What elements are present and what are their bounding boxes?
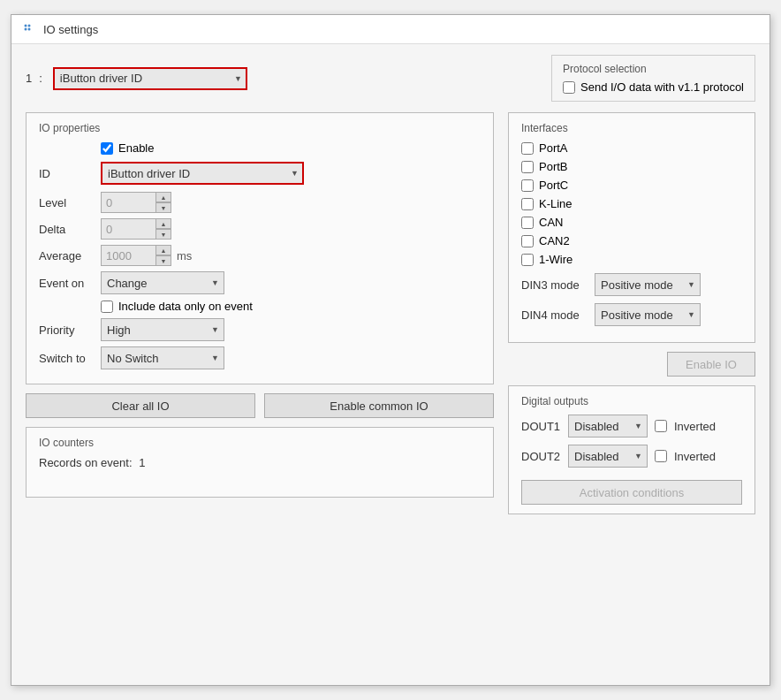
portc-checkbox[interactable] [521, 179, 534, 192]
can-checkbox[interactable] [521, 217, 534, 229]
io-selector-row: 1 : iButton driver ID Digital Input 1 Di… [26, 67, 247, 90]
records-text: Records on event: 1 [39, 456, 481, 469]
delta-up-btn[interactable]: ▲ [155, 218, 171, 229]
priority-row: Priority Low High Panic [39, 318, 481, 341]
switch-to-select[interactable]: No Switch Switch 1 Switch 2 [101, 346, 224, 369]
interfaces-group: Interfaces PortA PortB PortC [508, 112, 755, 343]
io-settings-window: IO settings 1 : iButton driver ID Digita… [11, 14, 770, 686]
include-data-row: Include data only on event [39, 300, 481, 313]
id-select[interactable]: iButton driver ID Digital Input 1 [101, 162, 304, 185]
din4-select[interactable]: Positive mode Negative mode [595, 303, 701, 326]
kline-label: K-Line [539, 197, 572, 210]
enable-checkbox[interactable] [101, 142, 113, 155]
interfaces-list: PortA PortB PortC K-Line [521, 141, 742, 266]
delta-spinner[interactable]: ▲ ▼ [101, 218, 171, 240]
dout2-wrapper[interactable]: Disabled Enabled [568, 445, 648, 468]
din3-row: DIN3 mode Positive mode Negative mode [521, 273, 742, 296]
priority-label: Priority [39, 323, 101, 337]
io-type-select[interactable]: iButton driver ID Digital Input 1 Digita… [53, 67, 247, 90]
enable-io-button[interactable]: Enable IO [667, 352, 755, 377]
enable-row: Enable [39, 141, 481, 155]
switch-to-label: Switch to [39, 352, 101, 365]
io-counters-group: IO counters Records on event: 1 [26, 427, 494, 498]
dout1-inverted-label: Inverted [674, 420, 716, 433]
list-item: CAN [521, 216, 742, 229]
din3-select[interactable]: Positive mode Negative mode [595, 273, 701, 296]
svg-point-3 [28, 28, 31, 31]
level-down-btn[interactable]: ▼ [155, 202, 171, 213]
average-label: Average [39, 249, 101, 262]
io-colon: : [39, 72, 42, 85]
portb-label: PortB [539, 160, 568, 173]
switch-to-wrapper[interactable]: No Switch Switch 1 Switch 2 [101, 346, 224, 369]
list-item: K-Line [521, 197, 742, 210]
porta-checkbox[interactable] [521, 142, 534, 155]
protocol-checkbox-row: Send I/O data with v1.1 protocol [563, 80, 744, 94]
enable-label: Enable [118, 141, 154, 155]
priority-wrapper[interactable]: Low High Panic [101, 318, 224, 341]
clear-all-io-button[interactable]: Clear all IO [26, 393, 255, 418]
dout2-select[interactable]: Disabled Enabled [568, 445, 648, 468]
average-row: Average ▲ ▼ ms [39, 245, 481, 266]
can-label: CAN [539, 216, 563, 229]
activation-conditions-row: Activation conditions [521, 475, 742, 505]
title-bar: IO settings [11, 15, 770, 44]
onewire-checkbox[interactable] [521, 254, 534, 266]
digital-outputs-group: Digital outputs DOUT1 Disabled Enabled I… [508, 385, 755, 514]
dout1-label: DOUT1 [521, 420, 561, 433]
activation-conditions-button[interactable]: Activation conditions [521, 480, 742, 505]
event-on-select[interactable]: Change Hysteresis OnExit [101, 271, 224, 294]
delta-label: Delta [39, 223, 101, 236]
include-data-checkbox[interactable] [101, 301, 113, 313]
io-type-selector-wrapper[interactable]: iButton driver ID Digital Input 1 Digita… [53, 67, 247, 90]
delta-down-btn[interactable]: ▼ [155, 229, 171, 240]
average-spinner[interactable]: ▲ ▼ [101, 245, 171, 266]
level-label: Level [39, 196, 101, 209]
dout1-row: DOUT1 Disabled Enabled Inverted [521, 415, 742, 438]
list-item: CAN2 [521, 234, 742, 247]
din3-wrapper[interactable]: Positive mode Negative mode [595, 273, 701, 296]
interfaces-title: Interfaces [521, 122, 742, 134]
list-item: PortA [521, 141, 742, 155]
dout2-row: DOUT2 Disabled Enabled Inverted [521, 445, 742, 468]
din4-label: DIN4 mode [521, 308, 588, 322]
dout1-select[interactable]: Disabled Enabled [568, 415, 648, 438]
dout1-wrapper[interactable]: Disabled Enabled [568, 415, 648, 438]
id-select-wrapper[interactable]: iButton driver ID Digital Input 1 [101, 162, 304, 185]
protocol-checkbox[interactable] [563, 81, 575, 94]
din4-wrapper[interactable]: Positive mode Negative mode [595, 303, 701, 326]
kline-checkbox[interactable] [521, 198, 534, 210]
average-up-btn[interactable]: ▲ [155, 245, 171, 255]
level-up-btn[interactable]: ▲ [155, 192, 171, 202]
delta-row: Delta ▲ ▼ [39, 218, 481, 240]
din3-label: DIN3 mode [521, 278, 588, 292]
digital-outputs-title: Digital outputs [521, 395, 742, 407]
window-title: IO settings [43, 23, 98, 36]
average-down-btn[interactable]: ▼ [155, 255, 171, 266]
enable-io-row: Enable IO [508, 352, 755, 377]
average-unit: ms [177, 249, 192, 262]
io-number: 1 [26, 72, 32, 85]
priority-select[interactable]: Low High Panic [101, 318, 224, 341]
enable-common-io-button[interactable]: Enable common IO [264, 393, 494, 418]
level-spinner[interactable]: ▲ ▼ [101, 192, 171, 213]
event-on-wrapper[interactable]: Change Hysteresis OnExit [101, 271, 224, 294]
list-item: PortB [521, 160, 742, 173]
protocol-title: Protocol selection [563, 63, 744, 75]
switch-to-row: Switch to No Switch Switch 1 Switch 2 [39, 346, 481, 369]
portb-checkbox[interactable] [521, 161, 534, 173]
svg-point-0 [25, 25, 27, 27]
dout2-inverted-label: Inverted [674, 450, 716, 463]
list-item: PortC [521, 179, 742, 192]
event-on-label: Event on [39, 277, 101, 290]
svg-point-1 [28, 25, 31, 27]
dout2-inverted-checkbox[interactable] [655, 450, 667, 462]
dout2-label: DOUT2 [521, 450, 561, 463]
settings-icon [22, 22, 36, 36]
can2-label: CAN2 [539, 234, 570, 247]
dout1-inverted-checkbox[interactable] [655, 420, 667, 432]
svg-point-2 [25, 28, 27, 31]
din4-row: DIN4 mode Positive mode Negative mode [521, 303, 742, 326]
can2-checkbox[interactable] [521, 235, 534, 247]
io-properties-group: IO properties Enable ID iButton driver I… [26, 112, 494, 384]
